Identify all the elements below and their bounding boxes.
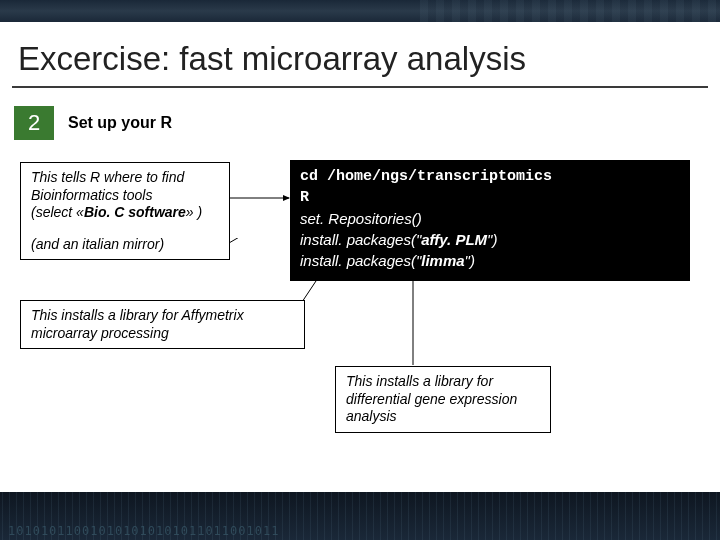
step-number-badge: 2 [14, 106, 54, 140]
note-bioc-line1: This tells R where to find [31, 169, 184, 185]
note-bioc-line3-bold: Bio. C software [84, 204, 186, 220]
svg-line-1 [229, 238, 289, 243]
step-label: Set up your R [68, 114, 172, 132]
note-bioc-extra: (and an italian mirror) [31, 236, 164, 252]
note-affy: This installs a library for Affymetrix m… [20, 300, 305, 349]
title-underline [12, 86, 708, 88]
arrow-note3 [395, 270, 435, 370]
note-bioc-line3-pre: (select « [31, 204, 84, 220]
note-bioc-line2: Bioinformatics tools [31, 187, 152, 203]
footer-binary-text: 101010110010101010101011011001011 [8, 524, 279, 538]
code-line-install-affy: install. packages("affy. PLM") [300, 229, 680, 250]
code-line-setrepo: set. Repositories() [300, 208, 680, 229]
page-title: Excercise: fast microarray analysis [0, 22, 720, 86]
note-limma: This installs a library for differential… [335, 366, 551, 433]
note-bioc: This tells R where to find Bioinformatic… [20, 162, 230, 260]
content-area: This tells R where to find Bioinformatic… [0, 160, 720, 460]
code-line-cd: cd /home/ngs/transcriptomics [300, 166, 680, 187]
code-block: cd /home/ngs/transcriptomics R set. Repo… [290, 160, 690, 281]
step-row: 2 Set up your R [14, 106, 720, 140]
code-line-install-limma: install. packages("limma") [300, 250, 680, 271]
top-banner [0, 0, 720, 22]
note-bioc-line3-post: » ) [186, 204, 202, 220]
bottom-banner: 101010110010101010101011011001011 [0, 492, 720, 540]
code-line-r: R [300, 187, 680, 208]
